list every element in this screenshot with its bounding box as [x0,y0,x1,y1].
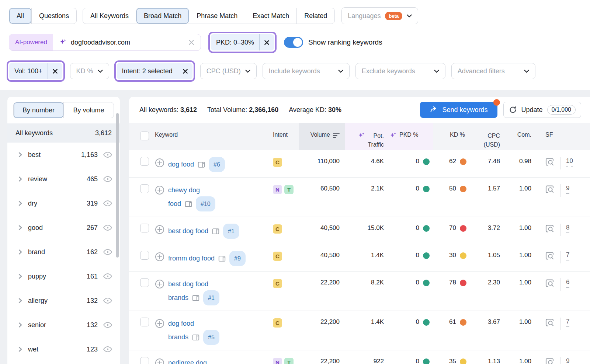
show-ranking-toggle[interactable] [284,37,303,48]
remove-pkd-filter-icon[interactable] [259,34,274,50]
eye-icon[interactable] [103,272,112,281]
tab-broad-match[interactable]: Broad Match [136,8,189,24]
keyword-link[interactable]: dog food [168,318,194,330]
keyword-link[interactable]: fromm dog food [168,252,215,265]
serp-preview-icon[interactable] [545,278,555,288]
search-input[interactable]: dogfoodadvisor.com [53,34,201,50]
col-header-pot-traffic[interactable]: Pot.Traffic [345,123,389,150]
sidebar-scrollbar[interactable] [116,113,119,258]
row-checkbox[interactable] [140,157,149,166]
exclude-keywords-dropdown[interactable]: Exclude keywords [355,63,445,79]
col-header-cpc[interactable]: CPC(USD) [470,123,505,150]
row-checkbox[interactable] [140,184,149,193]
include-keywords-dropdown[interactable]: Include keywords [263,63,350,79]
eye-icon[interactable] [103,247,112,257]
position-badge[interactable]: #10 [196,196,215,211]
eye-icon[interactable] [103,174,112,184]
add-keyword-icon[interactable] [155,158,164,168]
advanced-filters-dropdown[interactable]: Advanced filters [451,63,535,79]
chevron-right-icon[interactable] [17,200,24,207]
serp-preview-icon[interactable] [545,318,555,328]
send-keywords-button[interactable]: Send keywords [420,102,497,118]
eye-icon[interactable] [103,150,112,160]
eye-icon[interactable] [103,320,112,330]
tab-by-number[interactable]: By number [14,102,63,118]
pkd-filter-chip[interactable]: PKD: 0–30% [211,34,274,50]
sidebar-group-item[interactable]: dry 319 [7,191,120,216]
position-badge[interactable]: #6 [209,157,225,172]
tab-related[interactable]: Related [296,8,334,24]
col-header-keyword[interactable]: Keyword [155,123,273,150]
tab-all[interactable]: All [9,8,31,24]
chevron-right-icon[interactable] [17,297,24,304]
position-badge[interactable]: #5 [203,330,219,345]
add-keyword-icon[interactable] [155,358,164,364]
col-header-sf[interactable]: SF [537,123,590,150]
kd-dropdown[interactable]: KD % [70,63,109,79]
chevron-right-icon[interactable] [17,249,24,255]
chevron-right-icon[interactable] [17,346,24,353]
volume-filter-chip[interactable]: Vol: 100+ [9,63,62,79]
eye-icon[interactable] [103,223,112,232]
add-keyword-icon[interactable] [155,225,164,234]
sf-count[interactable]: 7 [566,318,569,327]
sidebar-group-item[interactable]: best 1,163 [7,143,120,167]
sf-count[interactable]: 10 [566,157,573,167]
tab-all-keywords[interactable]: All Keywords [83,8,136,24]
serp-preview-icon[interactable] [545,251,555,261]
sf-count[interactable]: 9 [566,357,569,364]
tab-phrase-match[interactable]: Phrase Match [189,8,245,24]
select-all-checkbox[interactable] [140,132,149,140]
serp-preview-icon[interactable] [545,224,555,234]
col-header-intent[interactable]: Intent [273,123,299,150]
eye-icon[interactable] [103,344,112,354]
col-header-com[interactable]: Com. [505,123,537,150]
row-checkbox[interactable] [140,357,149,364]
keyword-link-line2[interactable]: food [168,198,181,210]
languages-dropdown[interactable]: Languages beta [341,7,418,24]
remove-volume-filter-icon[interactable] [48,63,62,79]
keyword-link[interactable]: dog food [168,158,194,171]
position-badge[interactable]: #1 [223,224,239,239]
eye-icon[interactable] [103,296,112,305]
keyword-link[interactable]: pedigree dog [168,357,207,364]
tab-questions[interactable]: Questions [31,8,76,24]
sf-count[interactable]: 9 [566,185,569,194]
sidebar-group-item[interactable]: allergy 132 [7,288,120,313]
sidebar-group-item[interactable]: wet 123 [7,337,120,361]
row-checkbox[interactable] [140,318,149,326]
position-badge[interactable]: #1 [203,290,219,305]
add-keyword-icon[interactable] [155,252,164,262]
clear-search-icon[interactable] [188,39,195,46]
keyword-link[interactable]: chewy dog [168,184,200,196]
sidebar-all-keywords-row[interactable]: All keywords 3,612 [7,123,120,143]
add-keyword-icon[interactable] [155,319,164,328]
sf-count[interactable]: 8 [566,224,569,233]
tab-exact-match[interactable]: Exact Match [245,8,296,24]
tab-by-volume[interactable]: By volume [63,102,114,118]
update-button[interactable]: Update 0/1,000 [503,102,581,118]
sidebar-group-item[interactable]: puppy 161 [7,264,120,288]
intent-filter-chip[interactable]: Intent: 2 selected [117,63,192,79]
eye-icon[interactable] [103,199,112,208]
position-badge[interactable]: #9 [229,251,246,266]
chevron-right-icon[interactable] [17,273,24,280]
chevron-right-icon[interactable] [17,224,24,231]
row-checkbox[interactable] [140,224,149,232]
chevron-right-icon[interactable] [17,322,24,328]
add-keyword-icon[interactable] [155,279,164,289]
sidebar-group-item[interactable]: review 465 [7,167,120,191]
col-header-volume[interactable]: Volume [299,123,345,150]
sf-count[interactable]: 6 [566,279,569,288]
col-header-pkd[interactable]: PKD % [389,123,433,150]
sidebar-group-item[interactable]: senior 132 [7,313,120,337]
keyword-link-line2[interactable]: brands [168,331,188,343]
cpc-dropdown[interactable]: CPC (USD) [200,63,257,79]
keyword-link[interactable]: best dog food [168,278,208,290]
col-header-kd[interactable]: KD % [433,123,470,150]
keyword-link[interactable]: best dog food [168,225,208,237]
add-keyword-icon[interactable] [155,185,164,195]
row-checkbox[interactable] [140,251,149,260]
row-checkbox[interactable] [140,278,149,287]
serp-preview-icon[interactable] [545,157,555,167]
